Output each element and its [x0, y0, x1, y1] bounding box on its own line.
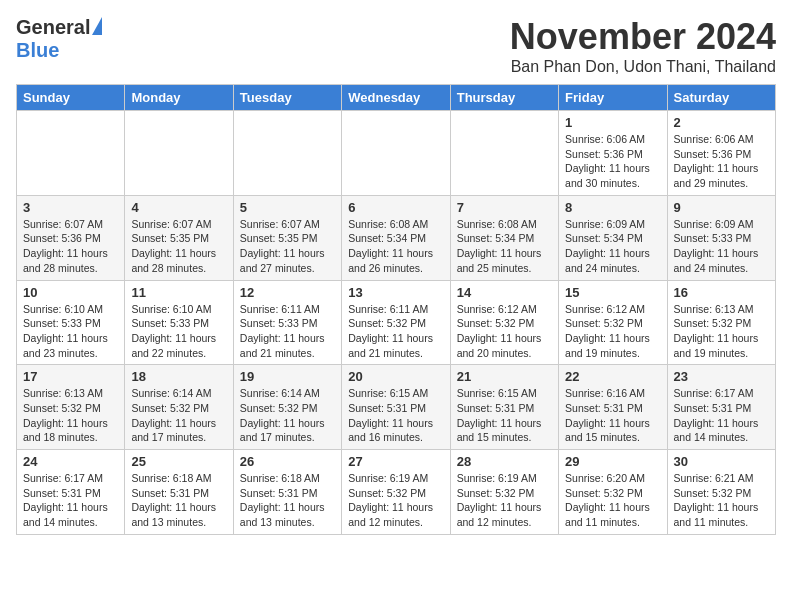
- day-info: Sunrise: 6:09 AM Sunset: 5:33 PM Dayligh…: [674, 217, 769, 276]
- day-number: 24: [23, 454, 118, 469]
- calendar-cell: 6Sunrise: 6:08 AM Sunset: 5:34 PM Daylig…: [342, 195, 450, 280]
- day-info: Sunrise: 6:15 AM Sunset: 5:31 PM Dayligh…: [457, 386, 552, 445]
- day-number: 6: [348, 200, 443, 215]
- day-info: Sunrise: 6:06 AM Sunset: 5:36 PM Dayligh…: [674, 132, 769, 191]
- calendar-cell: 18Sunrise: 6:14 AM Sunset: 5:32 PM Dayli…: [125, 365, 233, 450]
- day-number: 12: [240, 285, 335, 300]
- page-header: General Blue November 2024 Ban Phan Don,…: [16, 16, 776, 76]
- day-info: Sunrise: 6:10 AM Sunset: 5:33 PM Dayligh…: [23, 302, 118, 361]
- calendar-week-row: 17Sunrise: 6:13 AM Sunset: 5:32 PM Dayli…: [17, 365, 776, 450]
- day-number: 17: [23, 369, 118, 384]
- calendar-cell: 20Sunrise: 6:15 AM Sunset: 5:31 PM Dayli…: [342, 365, 450, 450]
- calendar-cell: 11Sunrise: 6:10 AM Sunset: 5:33 PM Dayli…: [125, 280, 233, 365]
- day-info: Sunrise: 6:17 AM Sunset: 5:31 PM Dayligh…: [23, 471, 118, 530]
- calendar-cell: 23Sunrise: 6:17 AM Sunset: 5:31 PM Dayli…: [667, 365, 775, 450]
- day-info: Sunrise: 6:20 AM Sunset: 5:32 PM Dayligh…: [565, 471, 660, 530]
- calendar-week-row: 10Sunrise: 6:10 AM Sunset: 5:33 PM Dayli…: [17, 280, 776, 365]
- day-number: 5: [240, 200, 335, 215]
- calendar-cell: 2Sunrise: 6:06 AM Sunset: 5:36 PM Daylig…: [667, 111, 775, 196]
- day-number: 21: [457, 369, 552, 384]
- calendar-cell: 14Sunrise: 6:12 AM Sunset: 5:32 PM Dayli…: [450, 280, 558, 365]
- day-info: Sunrise: 6:12 AM Sunset: 5:32 PM Dayligh…: [565, 302, 660, 361]
- weekday-header: Saturday: [667, 85, 775, 111]
- weekday-header: Sunday: [17, 85, 125, 111]
- day-info: Sunrise: 6:07 AM Sunset: 5:35 PM Dayligh…: [240, 217, 335, 276]
- month-title: November 2024: [510, 16, 776, 58]
- calendar-cell: 17Sunrise: 6:13 AM Sunset: 5:32 PM Dayli…: [17, 365, 125, 450]
- calendar-cell: 3Sunrise: 6:07 AM Sunset: 5:36 PM Daylig…: [17, 195, 125, 280]
- day-number: 25: [131, 454, 226, 469]
- calendar-week-row: 1Sunrise: 6:06 AM Sunset: 5:36 PM Daylig…: [17, 111, 776, 196]
- logo-general: General: [16, 16, 90, 39]
- weekday-header: Thursday: [450, 85, 558, 111]
- calendar-cell: 5Sunrise: 6:07 AM Sunset: 5:35 PM Daylig…: [233, 195, 341, 280]
- calendar-cell: 10Sunrise: 6:10 AM Sunset: 5:33 PM Dayli…: [17, 280, 125, 365]
- day-number: 18: [131, 369, 226, 384]
- location: Ban Phan Don, Udon Thani, Thailand: [510, 58, 776, 76]
- day-number: 4: [131, 200, 226, 215]
- calendar-week-row: 24Sunrise: 6:17 AM Sunset: 5:31 PM Dayli…: [17, 450, 776, 535]
- day-info: Sunrise: 6:08 AM Sunset: 5:34 PM Dayligh…: [457, 217, 552, 276]
- day-info: Sunrise: 6:07 AM Sunset: 5:35 PM Dayligh…: [131, 217, 226, 276]
- day-number: 26: [240, 454, 335, 469]
- day-info: Sunrise: 6:14 AM Sunset: 5:32 PM Dayligh…: [240, 386, 335, 445]
- day-number: 9: [674, 200, 769, 215]
- calendar-cell: 19Sunrise: 6:14 AM Sunset: 5:32 PM Dayli…: [233, 365, 341, 450]
- calendar-cell: [17, 111, 125, 196]
- day-number: 10: [23, 285, 118, 300]
- day-info: Sunrise: 6:21 AM Sunset: 5:32 PM Dayligh…: [674, 471, 769, 530]
- day-info: Sunrise: 6:13 AM Sunset: 5:32 PM Dayligh…: [23, 386, 118, 445]
- day-info: Sunrise: 6:13 AM Sunset: 5:32 PM Dayligh…: [674, 302, 769, 361]
- calendar-table: SundayMondayTuesdayWednesdayThursdayFrid…: [16, 84, 776, 535]
- day-number: 11: [131, 285, 226, 300]
- day-number: 2: [674, 115, 769, 130]
- day-info: Sunrise: 6:18 AM Sunset: 5:31 PM Dayligh…: [240, 471, 335, 530]
- day-info: Sunrise: 6:15 AM Sunset: 5:31 PM Dayligh…: [348, 386, 443, 445]
- calendar-cell: 15Sunrise: 6:12 AM Sunset: 5:32 PM Dayli…: [559, 280, 667, 365]
- day-info: Sunrise: 6:12 AM Sunset: 5:32 PM Dayligh…: [457, 302, 552, 361]
- day-number: 30: [674, 454, 769, 469]
- calendar-cell: 4Sunrise: 6:07 AM Sunset: 5:35 PM Daylig…: [125, 195, 233, 280]
- day-info: Sunrise: 6:11 AM Sunset: 5:33 PM Dayligh…: [240, 302, 335, 361]
- day-number: 28: [457, 454, 552, 469]
- day-info: Sunrise: 6:06 AM Sunset: 5:36 PM Dayligh…: [565, 132, 660, 191]
- calendar-week-row: 3Sunrise: 6:07 AM Sunset: 5:36 PM Daylig…: [17, 195, 776, 280]
- logo-blue: Blue: [16, 39, 59, 62]
- day-info: Sunrise: 6:07 AM Sunset: 5:36 PM Dayligh…: [23, 217, 118, 276]
- day-number: 7: [457, 200, 552, 215]
- calendar-cell: 9Sunrise: 6:09 AM Sunset: 5:33 PM Daylig…: [667, 195, 775, 280]
- day-number: 13: [348, 285, 443, 300]
- day-number: 16: [674, 285, 769, 300]
- day-number: 29: [565, 454, 660, 469]
- calendar-cell: 28Sunrise: 6:19 AM Sunset: 5:32 PM Dayli…: [450, 450, 558, 535]
- day-info: Sunrise: 6:19 AM Sunset: 5:32 PM Dayligh…: [457, 471, 552, 530]
- day-info: Sunrise: 6:10 AM Sunset: 5:33 PM Dayligh…: [131, 302, 226, 361]
- day-info: Sunrise: 6:11 AM Sunset: 5:32 PM Dayligh…: [348, 302, 443, 361]
- calendar-cell: 21Sunrise: 6:15 AM Sunset: 5:31 PM Dayli…: [450, 365, 558, 450]
- day-number: 27: [348, 454, 443, 469]
- day-number: 20: [348, 369, 443, 384]
- day-info: Sunrise: 6:09 AM Sunset: 5:34 PM Dayligh…: [565, 217, 660, 276]
- calendar-cell: 12Sunrise: 6:11 AM Sunset: 5:33 PM Dayli…: [233, 280, 341, 365]
- day-number: 23: [674, 369, 769, 384]
- weekday-header: Tuesday: [233, 85, 341, 111]
- day-number: 22: [565, 369, 660, 384]
- calendar-cell: 16Sunrise: 6:13 AM Sunset: 5:32 PM Dayli…: [667, 280, 775, 365]
- day-number: 15: [565, 285, 660, 300]
- weekday-header: Monday: [125, 85, 233, 111]
- day-number: 1: [565, 115, 660, 130]
- calendar-cell: 13Sunrise: 6:11 AM Sunset: 5:32 PM Dayli…: [342, 280, 450, 365]
- calendar-header-row: SundayMondayTuesdayWednesdayThursdayFrid…: [17, 85, 776, 111]
- day-number: 8: [565, 200, 660, 215]
- logo: General Blue: [16, 16, 102, 62]
- title-section: November 2024 Ban Phan Don, Udon Thani, …: [510, 16, 776, 76]
- weekday-header: Friday: [559, 85, 667, 111]
- calendar-cell: [342, 111, 450, 196]
- day-info: Sunrise: 6:08 AM Sunset: 5:34 PM Dayligh…: [348, 217, 443, 276]
- calendar-cell: 8Sunrise: 6:09 AM Sunset: 5:34 PM Daylig…: [559, 195, 667, 280]
- calendar-cell: [450, 111, 558, 196]
- day-info: Sunrise: 6:18 AM Sunset: 5:31 PM Dayligh…: [131, 471, 226, 530]
- day-info: Sunrise: 6:14 AM Sunset: 5:32 PM Dayligh…: [131, 386, 226, 445]
- calendar-cell: [125, 111, 233, 196]
- logo-triangle-icon: [92, 17, 102, 35]
